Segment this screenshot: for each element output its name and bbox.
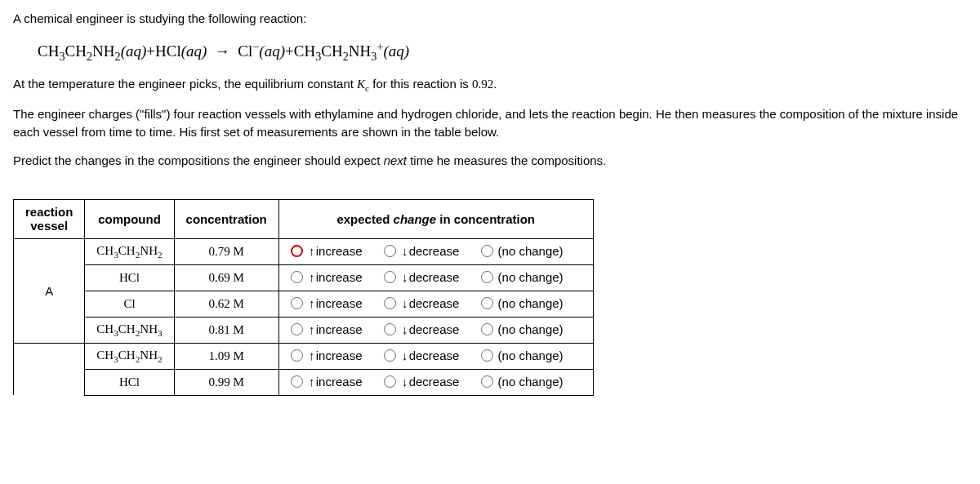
radio-circle-icon [384,245,396,257]
radio-label: decrease [409,244,460,258]
table-row: Cl0.62 M ↑ increase ↓ decrease (no chang… [14,291,594,317]
radio-decrease[interactable]: ↓ decrease [384,322,460,336]
col-change: expected change in concentration [278,200,593,239]
radio-decrease[interactable]: ↓ decrease [384,349,460,362]
reaction-equation: CH3CH2NH2(aq)+HCl(aq) → Cl−(aq)+CH3CH2NH… [38,40,967,64]
radio-decrease[interactable]: ↓ decrease [384,270,460,284]
radio-circle-icon [481,245,493,257]
radio-nochange[interactable]: (no change) [481,244,564,258]
eq-arrow: → [215,42,230,60]
radio-decrease[interactable]: ↓ decrease [384,375,460,389]
radio-label: (no change) [498,270,564,284]
paragraph-2: The engineer charges ("fills") four reac… [13,105,967,142]
table-row: HCl0.99 M ↑ increase ↓ decrease (no chan… [14,369,594,395]
radio-label: increase [316,349,363,362]
radio-label: decrease [409,296,460,310]
radio-circle-icon [481,349,493,362]
radio-increase[interactable]: ↑ increase [291,270,363,284]
intro-line-2: At the temperature the engineer picks, t… [13,75,967,95]
radio-circle-icon [481,297,493,309]
concentration-cell: 0.62 M [174,291,278,317]
radio-circle-icon [481,375,493,388]
radio-circle-icon [291,375,303,388]
radio-circle-icon [291,323,303,335]
eq-lhs: CH3CH2NH2(aq)+HCl(aq) [38,42,211,60]
radio-nochange[interactable]: (no change) [481,270,564,284]
radio-increase[interactable]: ↑ increase [291,296,363,310]
radio-label: increase [316,270,363,284]
change-cell: ↑ increase ↓ decrease (no change) [278,317,593,343]
compound-cell: CH3CH2NH2 [85,343,174,369]
radio-increase[interactable]: ↑ increase [291,349,363,362]
radio-circle-icon [384,349,396,362]
radio-circle-icon [291,271,303,283]
radio-circle-icon [291,297,303,309]
compound-cell: CH3CH2NH2 [85,238,174,264]
radio-label: (no change) [498,244,564,258]
radio-label: increase [316,322,363,336]
radio-circle-icon [384,323,396,335]
compound-cell: CH3CH2NH3 [85,317,174,343]
radio-label: increase [316,296,363,310]
radio-decrease[interactable]: ↓ decrease [384,296,460,310]
col-vessel: reactionvessel [14,200,85,239]
radio-decrease[interactable]: ↓ decrease [384,244,460,258]
vessel-cell: A [14,238,85,343]
radio-circle-icon [384,297,396,309]
eq-rhs: Cl−(aq)+CH3CH2NH3+(aq) [238,42,409,60]
table-row: HCl0.69 M ↑ increase ↓ decrease (no chan… [14,264,594,291]
table-row: CH3CH2NH21.09 M ↑ increase ↓ decrease (n… [14,343,594,369]
compound-cell: HCl [85,264,174,291]
reaction-table: reactionvessel compound concentration ex… [13,199,594,396]
radio-label: increase [316,375,363,389]
radio-circle-icon [384,375,396,388]
radio-label: (no change) [498,322,564,336]
change-cell: ↑ increase ↓ decrease (no change) [278,369,593,395]
radio-circle-icon [291,245,303,257]
radio-increase[interactable]: ↑ increase [291,322,363,336]
table-row: CH3CH2NH30.81 M ↑ increase ↓ decrease (n… [14,317,594,343]
change-cell: ↑ increase ↓ decrease (no change) [278,291,593,317]
concentration-cell: 0.69 M [174,264,278,291]
radio-nochange[interactable]: (no change) [481,375,564,389]
radio-label: (no change) [498,375,564,389]
radio-label: decrease [409,322,460,336]
change-cell: ↑ increase ↓ decrease (no change) [278,343,593,369]
radio-increase[interactable]: ↑ increase [291,375,363,389]
radio-circle-icon [481,271,493,283]
radio-circle-icon [291,349,303,362]
radio-label: decrease [409,375,460,389]
vessel-cell [14,343,85,395]
radio-circle-icon [481,323,493,335]
radio-increase[interactable]: ↑ increase [291,244,363,258]
compound-cell: Cl [85,291,174,317]
paragraph-3: Predict the changes in the compositions … [13,152,967,171]
table-row: ACH3CH2NH20.79 M ↑ increase ↓ decrease (… [14,238,594,264]
radio-nochange[interactable]: (no change) [481,296,564,310]
change-cell: ↑ increase ↓ decrease (no change) [278,264,593,291]
col-concentration: concentration [174,200,278,239]
concentration-cell: 0.79 M [174,238,278,264]
radio-nochange[interactable]: (no change) [481,349,564,362]
radio-label: (no change) [498,349,564,362]
change-cell: ↑ increase ↓ decrease (no change) [278,238,593,264]
radio-label: (no change) [498,296,564,310]
concentration-cell: 1.09 M [174,343,278,369]
concentration-cell: 0.99 M [174,369,278,395]
intro-line-1: A chemical engineer is studying the foll… [13,10,967,29]
radio-label: decrease [409,270,460,284]
radio-nochange[interactable]: (no change) [481,322,564,336]
concentration-cell: 0.81 M [174,317,278,343]
compound-cell: HCl [85,369,174,395]
radio-circle-icon [384,271,396,283]
col-compound: compound [85,200,174,239]
radio-label: decrease [409,349,460,362]
radio-label: increase [316,244,363,258]
